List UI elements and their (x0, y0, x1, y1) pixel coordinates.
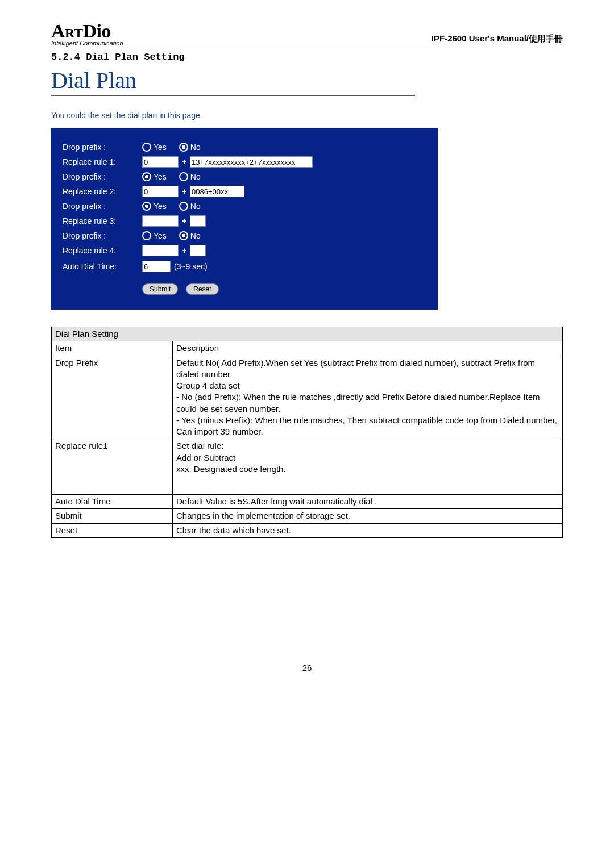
drop2-no-radio[interactable] (179, 172, 188, 181)
description-table: Dial Plan Setting Item Description Drop … (51, 327, 563, 538)
drop3-yes-text: Yes (154, 202, 167, 211)
plus-icon: + (180, 187, 188, 196)
drop4-yes-text: Yes (154, 231, 167, 240)
rule3-pattern-input[interactable] (190, 215, 206, 227)
brand-logo-text: ArtDio (51, 20, 123, 42)
drop1-no-text: No (190, 143, 201, 152)
row-replace-desc: Set dial rule: Add or Subtract xxx: Desi… (173, 439, 563, 495)
th-description: Description (173, 341, 563, 356)
row-drop-prefix-item: Drop Prefix (52, 356, 173, 439)
rule1-pattern-input[interactable] (190, 156, 313, 168)
drop1-yes-text: Yes (154, 143, 167, 152)
drop1-yes-radio[interactable] (142, 143, 151, 152)
dial-plan-form: Drop prefix : Yes No Replace rule 1: + D… (51, 128, 438, 310)
auto-dial-time-input[interactable] (142, 261, 171, 272)
drop3-no-radio[interactable] (179, 202, 188, 211)
drop4-no-radio[interactable] (179, 231, 188, 240)
row-reset-item: Reset (52, 523, 173, 537)
row-auto-item: Auto Dial Time (52, 495, 173, 509)
rule3-prefix-input[interactable] (142, 215, 179, 227)
rule4-prefix-input[interactable] (142, 245, 179, 256)
th-item: Item (52, 341, 173, 356)
title-underline (51, 95, 415, 96)
plus-icon: + (180, 216, 188, 226)
drop-prefix-2-label: Drop prefix : (63, 172, 142, 181)
replace-rule-3-label: Replace rule 3: (63, 216, 142, 226)
drop1-no-radio[interactable] (179, 143, 188, 152)
auto-dial-time-note: (3~9 sec) (174, 262, 208, 271)
rule2-pattern-input[interactable] (190, 186, 244, 197)
page-header: ArtDio Intelligent Communication IPF-260… (51, 20, 563, 48)
drop2-no-text: No (190, 172, 201, 181)
reset-button[interactable]: Reset (186, 283, 218, 295)
auto-dial-time-label: Auto Dial Time: (63, 262, 142, 271)
plus-icon: + (180, 246, 188, 255)
replace-rule-1-label: Replace rule 1: (63, 157, 142, 166)
rule2-prefix-input[interactable] (142, 186, 179, 197)
page-title: Dial Plan (51, 67, 563, 94)
plus-icon: + (180, 157, 188, 166)
table-heading: Dial Plan Setting (52, 327, 563, 341)
row-auto-desc: Default Value is 5S.After long wait auto… (173, 495, 563, 509)
row-reset-desc: Clear the data which have set. (173, 523, 563, 537)
row-submit-desc: Changes in the implementation of storage… (173, 509, 563, 523)
page-number: 26 (51, 663, 563, 673)
row-replace-item: Replace rule1 (52, 439, 173, 495)
rule1-prefix-input[interactable] (142, 156, 179, 168)
drop2-yes-text: Yes (154, 172, 167, 181)
drop2-yes-radio[interactable] (142, 172, 151, 181)
rule4-pattern-input[interactable] (190, 245, 206, 256)
row-drop-prefix-desc: Default No( Add Prefix).When set Yes (su… (173, 356, 563, 439)
drop4-no-text: No (190, 231, 201, 240)
submit-button[interactable]: Submit (142, 283, 178, 295)
drop-prefix-1-label: Drop prefix : (63, 143, 142, 152)
drop-prefix-3-label: Drop prefix : (63, 202, 142, 211)
brand-tagline: Intelligent Communication (51, 40, 123, 47)
page-subtitle: You could the set the dial plan in this … (51, 111, 563, 120)
replace-rule-2-label: Replace rule 2: (63, 187, 142, 196)
drop4-yes-radio[interactable] (142, 231, 151, 240)
drop3-no-text: No (190, 202, 201, 211)
replace-rule-4-label: Replace rule 4: (63, 246, 142, 255)
row-submit-item: Submit (52, 509, 173, 523)
section-number: 5.2.4 Dial Plan Setting (51, 52, 563, 62)
drop-prefix-4-label: Drop prefix : (63, 231, 142, 240)
drop3-yes-radio[interactable] (142, 202, 151, 211)
manual-title: IPF-2600 User's Manual/使用手冊 (432, 34, 563, 47)
brand-block: ArtDio Intelligent Communication (51, 20, 123, 47)
